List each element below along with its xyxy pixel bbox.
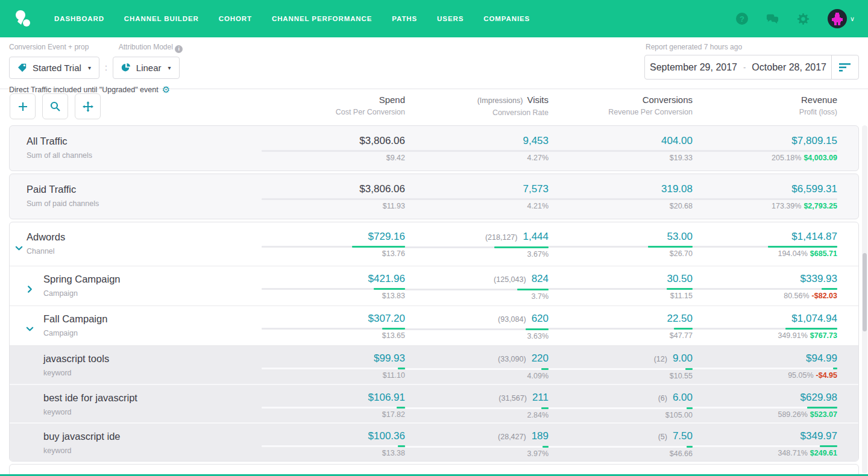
table-row-spring-campaign[interactable]: Spring Campaign Campaign $421.96 $13.83 … — [10, 266, 858, 305]
spend-cell: $729.16 $13.76 — [262, 230, 405, 266]
revenue-value[interactable]: $339.93 — [800, 273, 837, 284]
spend-value[interactable]: $100.36 — [368, 430, 405, 442]
conversions-value[interactable]: 9.00 — [673, 352, 693, 364]
nav-item-dashboard[interactable]: DASHBOARD — [54, 15, 104, 22]
nav-item-channel-performance[interactable]: CHANNEL PERFORMANCE — [272, 15, 372, 22]
nav-item-companies[interactable]: COMPANIES — [483, 15, 530, 22]
add-channel-button[interactable] — [10, 93, 36, 119]
spend-bar — [262, 407, 405, 409]
revenue-cell: $7,809.15 205.18%$4,003.09 — [693, 134, 837, 171]
nav-item-users[interactable]: USERS — [437, 15, 464, 22]
spend-value[interactable]: $99.93 — [374, 352, 405, 364]
table-row-fall-campaign[interactable]: Fall Campaign Campaign $307.20 $13.65 (9… — [10, 305, 858, 345]
visits-value[interactable]: 824 — [532, 273, 549, 284]
conversions-sub-value: $19.33 — [670, 154, 693, 162]
column-header-spend[interactable]: Spend Cost Per Conversion — [262, 94, 405, 117]
avatar[interactable] — [828, 9, 847, 28]
conversions-value[interactable]: 6.00 — [673, 392, 693, 403]
revenue-pct: 173.39% — [772, 202, 801, 210]
spend-bar — [262, 445, 405, 447]
attribution-model-label: Attribution Model — [119, 43, 173, 51]
revenue-value[interactable]: $1,074.94 — [791, 313, 837, 324]
spend-value[interactable]: $307.20 — [368, 313, 405, 324]
visits-cell: (31,567)211 2.84% — [405, 391, 549, 422]
plus-icon — [18, 102, 28, 111]
move-button[interactable] — [75, 93, 101, 119]
spend-cell: $100.36 $13.38 — [262, 430, 405, 461]
conversions-value[interactable]: 22.50 — [667, 313, 693, 324]
table-header: Spend Cost Per Conversion (Impressions)V… — [10, 89, 849, 125]
spend-sub-value: $13.65 — [382, 331, 405, 340]
visits-value[interactable]: 220 — [532, 352, 549, 364]
visits-value[interactable]: 189 — [532, 430, 549, 442]
conversions-value[interactable]: 30.50 — [667, 273, 693, 284]
revenue-cell: $629.98 589.26%$523.07 — [693, 391, 837, 422]
visits-value[interactable]: 7,573 — [523, 183, 549, 195]
revenue-value[interactable]: $349.97 — [800, 430, 837, 442]
profit-value: $2,793.25 — [804, 202, 837, 210]
spend-bar — [262, 368, 405, 369]
search-button[interactable] — [42, 93, 68, 119]
chat-icon[interactable] — [766, 13, 779, 25]
table-row-best-ide-for-javascript[interactable]: best ide for javascript keyword $106.91 … — [10, 384, 858, 422]
collapse-chevron-icon[interactable] — [15, 244, 23, 252]
visits-cell: (218,127)1,444 3.67% — [405, 230, 549, 266]
app-logo[interactable] — [13, 8, 34, 29]
table-row-all-traffic[interactable]: All Traffic Sum of all channels $3,806.0… — [10, 126, 858, 171]
revenue-bar — [693, 246, 837, 248]
conversions-value[interactable]: 7.50 — [673, 430, 693, 442]
visits-sub-value: 4.09% — [527, 372, 549, 380]
row-name-cell: buy javascript ide keyword — [10, 430, 262, 461]
conversions-cell: 404.00 $19.33 — [549, 134, 693, 171]
conversions-value[interactable]: 319.08 — [661, 183, 693, 195]
vertical-scrollbar-thumb[interactable] — [863, 253, 867, 331]
revenue-value[interactable]: $1,414.87 — [791, 231, 837, 242]
spend-value[interactable]: $729.16 — [368, 231, 405, 242]
column-header-revenue[interactable]: Revenue Profit (loss) — [693, 94, 837, 117]
spend-value[interactable]: $421.96 — [368, 273, 405, 284]
date-filter-button[interactable] — [831, 55, 858, 79]
row-type-label: Channel — [10, 247, 262, 255]
spend-value[interactable]: $106.91 — [368, 392, 405, 403]
column-header-visits[interactable]: (Impressions)Visits Conversion Rate — [405, 94, 549, 117]
table-row-adwords[interactable]: Adwords Channel $729.16 $13.76 (218,127)… — [10, 222, 858, 266]
table-row-paid-traffic[interactable]: Paid Traffic Sum of paid channels $3,806… — [10, 174, 858, 219]
revenue-value[interactable]: $629.98 — [800, 392, 837, 403]
revenue-value[interactable]: $7,809.15 — [791, 135, 837, 146]
nav-item-cohort[interactable]: COHORT — [219, 15, 252, 22]
nav-item-channel-builder[interactable]: CHANNEL BUILDER — [124, 15, 199, 22]
profit-value: $523.07 — [810, 410, 837, 419]
date-range-value[interactable]: September 29, 2017 - October 28, 2017 — [645, 55, 831, 79]
profit-value: $685.71 — [810, 249, 837, 258]
collapse-chevron-icon[interactable] — [26, 325, 34, 333]
spend-bar — [262, 150, 405, 152]
add-prop-button[interactable]: + prop — [68, 43, 89, 51]
visits-value[interactable]: 620 — [532, 313, 549, 324]
gear-icon[interactable] — [797, 13, 810, 25]
revenue-bar — [693, 150, 837, 152]
column-header-conversions[interactable]: Conversions Revenue Per Conversion — [549, 94, 693, 117]
table-row-javascript-tools[interactable]: javascript tools keyword $99.93 $11.10 (… — [10, 345, 858, 384]
info-icon[interactable]: i — [175, 45, 183, 53]
row-name-cell: javascript tools keyword — [10, 352, 262, 384]
help-icon[interactable]: ? — [736, 13, 748, 25]
attribution-model-dropdown[interactable]: Linear ▾ — [113, 57, 180, 79]
row-name: best ide for javascript — [10, 391, 262, 404]
revenue-bar — [693, 407, 837, 409]
visits-value[interactable]: 211 — [532, 392, 549, 403]
nav-item-paths[interactable]: PATHS — [392, 15, 417, 22]
caret-down-icon: ▾ — [88, 64, 91, 71]
table-row-buy-javascript-ide[interactable]: buy javascript ide keyword $100.36 $13.3… — [10, 422, 858, 461]
visits-value[interactable]: 9,453 — [523, 135, 549, 146]
visits-value[interactable]: 1,444 — [523, 231, 549, 242]
visits-sub-value: 4.27% — [527, 154, 549, 162]
conversions-value[interactable]: 404.00 — [661, 135, 693, 146]
revenue-value[interactable]: $6,599.31 — [791, 183, 837, 195]
spend-sub-value: $17.82 — [382, 410, 405, 419]
conversion-event-dropdown[interactable]: Started Trial ▾ — [9, 57, 99, 79]
nav-right-icons: ? ∨ — [736, 9, 855, 28]
user-menu[interactable]: ∨ — [828, 9, 855, 28]
revenue-value[interactable]: $94.99 — [806, 352, 837, 364]
conversions-value[interactable]: 53.00 — [667, 231, 693, 242]
expand-chevron-icon[interactable] — [26, 285, 34, 293]
